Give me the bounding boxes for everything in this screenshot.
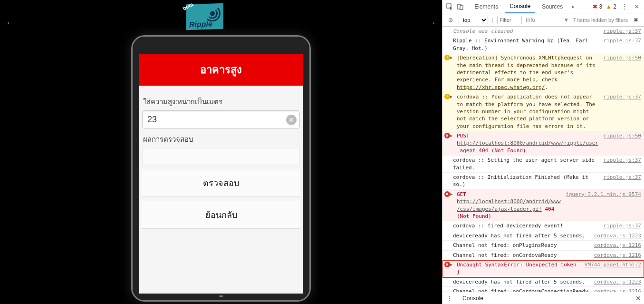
warning-icon: ! bbox=[444, 94, 450, 99]
log-source-link[interactable]: ripple.js:50 bbox=[604, 132, 641, 154]
log-message: POST http://localhost:8000/android/www/r… bbox=[457, 132, 600, 154]
devtools-panel: | Elements Console Sources » ✖ 3 ▲ 2 ⋮ ✕… bbox=[442, 0, 644, 304]
height-input-wrap[interactable]: ✕ bbox=[142, 110, 300, 129]
devtools-close-icon[interactable]: ✕ bbox=[633, 2, 641, 11]
log-level-select[interactable]: Info bbox=[526, 17, 535, 23]
console-log-row[interactable]: !▶[Deprecation] Synchronous XMLHttpReque… bbox=[442, 53, 644, 92]
log-source-link[interactable]: ripple.js:37 bbox=[604, 222, 641, 229]
ripple-emulator-pane: → ← beta Ripple อาคารสูง ใส่ความสูง:หน่ว… bbox=[0, 0, 442, 304]
log-message: Channel not fired: onCordovaReady bbox=[453, 252, 590, 259]
log-source-link[interactable]: cordova.js:1216 bbox=[594, 288, 641, 292]
console-settings-icon[interactable]: ✖ bbox=[632, 16, 640, 24]
console-log-row[interactable]: ✖▶POST http://localhost:8000/android/www… bbox=[442, 131, 644, 156]
log-message: Console was cleared bbox=[453, 28, 600, 35]
log-message: Channel not fired: onCordovaConnectionRe… bbox=[453, 288, 590, 292]
drawer-close-icon[interactable]: ✕ bbox=[635, 294, 641, 302]
log-source-link[interactable]: ripple.js:37 bbox=[604, 28, 641, 35]
log-message: deviceready has not fired after 5 second… bbox=[453, 232, 590, 239]
console-log-row[interactable]: cordova :: Initialization Finished (Make… bbox=[442, 173, 644, 190]
log-source-link[interactable]: ripple.js:37 bbox=[604, 157, 641, 171]
console-log-row[interactable]: ✖▶Uncaught SyntaxError: Unexpected token… bbox=[442, 260, 644, 277]
log-message: GET http://localhost:8000/android/www/cs… bbox=[457, 191, 562, 220]
console-log-row[interactable]: ✖▶GET http://localhost:8000/android/www/… bbox=[442, 190, 644, 222]
clear-input-icon[interactable]: ✕ bbox=[286, 115, 297, 125]
console-log-row[interactable]: cordova :: Setting the user agent server… bbox=[442, 156, 644, 173]
device-screen: อาคารสูง ใส่ความสูง:หน่วยเป็นเมตร ✕ ผลกา… bbox=[139, 54, 303, 294]
panel-expand-left[interactable]: → bbox=[2, 18, 11, 28]
log-source-link[interactable]: ripple.js:37 bbox=[604, 174, 641, 188]
console-log-row[interactable]: Ripple :: Environment Warming Up (Tea. E… bbox=[442, 36, 644, 53]
drawer-tab-console[interactable]: Console bbox=[459, 293, 487, 304]
hidden-items-label: 7 items hidden by filters bbox=[573, 17, 628, 23]
context-select[interactable]: top bbox=[459, 16, 488, 24]
log-message: cordova :: Initialization Finished (Make… bbox=[453, 174, 600, 188]
svg-rect-2 bbox=[460, 6, 463, 10]
log-message: Uncaught SyntaxError: Unexpected token } bbox=[457, 261, 581, 276]
check-button[interactable]: ตรวจสอบ bbox=[142, 169, 300, 197]
log-source-link[interactable]: ripple.js:50 bbox=[604, 54, 641, 91]
height-input[interactable] bbox=[147, 115, 282, 125]
log-message: Ripple :: Environment Warming Up (Tea. E… bbox=[453, 37, 600, 52]
console-log-row[interactable]: Channel not fired: onCordovaReadycordova… bbox=[442, 251, 644, 260]
console-filter-bar: ⊘ top | Info ▼ 7 items hidden by filters… bbox=[442, 13, 644, 27]
console-log-row[interactable]: Channel not fired: onCordovaConnectionRe… bbox=[442, 287, 644, 292]
expand-icon[interactable]: ▶ bbox=[450, 94, 452, 100]
inspect-element-icon[interactable] bbox=[445, 2, 454, 11]
ripple-logo-text: Ripple bbox=[189, 20, 212, 29]
device-toolbar-icon[interactable] bbox=[456, 2, 464, 11]
taskbar-menu-icon[interactable]: ≡ bbox=[219, 293, 223, 301]
log-message: deviceready has not fired after 5 second… bbox=[453, 278, 590, 285]
error-icon: ✖ bbox=[444, 262, 450, 267]
log-source-link[interactable]: cordova.js:1223 bbox=[594, 232, 641, 239]
console-log-row[interactable]: deviceready has not fired after 5 second… bbox=[442, 231, 644, 241]
expand-icon[interactable]: ▶ bbox=[450, 262, 452, 268]
log-source-link[interactable]: cordova.js:1216 bbox=[594, 252, 641, 259]
app-header-title: อาคารสูง bbox=[139, 54, 303, 86]
console-log-row[interactable]: cordova :: fired deviceready event!rippl… bbox=[442, 221, 644, 231]
log-message: [Deprecation] Synchronous XMLHttpRequest… bbox=[457, 54, 600, 91]
result-output bbox=[142, 148, 300, 165]
log-message: cordova :: Setting the user agent server… bbox=[453, 157, 600, 171]
console-log-row[interactable]: Channel not fired: onPluginsReadycordova… bbox=[442, 241, 644, 250]
warning-count-badge[interactable]: ▲ 2 bbox=[606, 3, 616, 10]
warning-icon: ! bbox=[444, 55, 450, 60]
log-source-link[interactable]: jquery-3.2.1.min.js:9574 bbox=[566, 191, 641, 220]
drawer-menu-icon[interactable]: ⋮ bbox=[445, 294, 454, 303]
tab-elements[interactable]: Elements bbox=[470, 0, 503, 13]
log-source-link[interactable]: ripple.js:37 bbox=[604, 93, 641, 130]
log-message: cordova :: Your application does not app… bbox=[457, 93, 600, 130]
log-source-link[interactable]: ripple.js:37 bbox=[604, 37, 641, 52]
panel-expand-right[interactable]: ← bbox=[431, 18, 440, 28]
log-source-link[interactable]: VM744 page1.html:2 bbox=[585, 261, 641, 276]
error-icon: ✖ bbox=[444, 191, 450, 197]
clear-console-icon[interactable]: ⊘ bbox=[446, 16, 455, 24]
expand-icon[interactable]: ▶ bbox=[450, 55, 452, 61]
result-label: ผลการตรวจสอบ bbox=[143, 134, 299, 145]
devtools-drawer: ⋮ Console ✕ bbox=[442, 292, 644, 304]
height-label: ใส่ความสูง:หน่วยเป็นเมตร bbox=[143, 96, 299, 108]
console-log-row[interactable]: Console was clearedripple.js:37 bbox=[442, 27, 644, 36]
console-log-row[interactable]: deviceready has not fired after 5 second… bbox=[442, 277, 644, 287]
ripple-logo: beta Ripple bbox=[186, 3, 223, 30]
tab-sources[interactable]: Sources bbox=[537, 0, 567, 13]
log-message: Channel not fired: onPluginsReady bbox=[453, 242, 590, 249]
ripple-wave-icon bbox=[204, 5, 221, 22]
tab-console[interactable]: Console bbox=[505, 0, 535, 13]
filter-input[interactable] bbox=[497, 16, 522, 24]
beta-badge: beta bbox=[182, 1, 194, 11]
log-source-link[interactable]: cordova.js:1223 bbox=[594, 278, 641, 285]
error-icon: ✖ bbox=[444, 133, 450, 138]
funnel-icon[interactable]: ▼ bbox=[564, 17, 569, 23]
console-log-row[interactable]: !▶cordova :: Your application does not a… bbox=[442, 92, 644, 131]
devtools-menu-icon[interactable]: ⋮ bbox=[620, 2, 629, 11]
expand-icon[interactable]: ▶ bbox=[450, 191, 452, 197]
console-log-list[interactable]: Console was clearedripple.js:37Ripple ::… bbox=[442, 27, 644, 292]
device-frame: อาคารสูง ใส่ความสูง:หน่วยเป็นเมตร ✕ ผลกา… bbox=[131, 35, 311, 302]
expand-icon[interactable]: ▶ bbox=[450, 133, 452, 139]
log-source-link[interactable]: cordova.js:1216 bbox=[594, 242, 641, 249]
log-message: cordova :: fired deviceready event! bbox=[453, 222, 600, 229]
back-button[interactable]: ย้อนกลับ bbox=[142, 201, 300, 229]
tabs-overflow[interactable]: » bbox=[571, 3, 575, 10]
devtools-tab-bar: | Elements Console Sources » ✖ 3 ▲ 2 ⋮ ✕ bbox=[442, 0, 644, 13]
error-count-badge[interactable]: ✖ 3 bbox=[593, 3, 602, 10]
